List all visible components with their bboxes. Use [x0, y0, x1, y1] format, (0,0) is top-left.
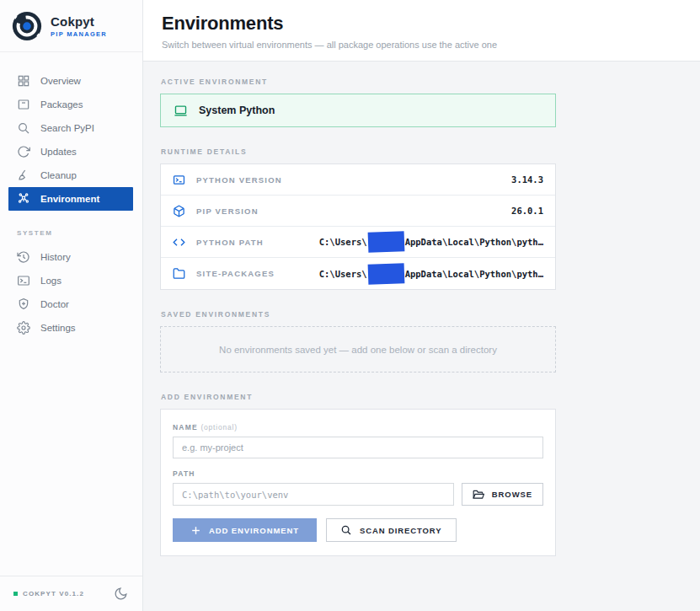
add-environment-button-label: ADD ENVIRONMENT: [209, 526, 299, 535]
laptop-icon: [174, 104, 188, 118]
scan-directory-button-label: SCAN DIRECTORY: [360, 526, 442, 535]
sidebar-item-label: Settings: [40, 323, 76, 333]
detail-value: 26.0.1: [511, 206, 543, 216]
page-header: Environments Switch between virtual envi…: [143, 0, 700, 62]
add-environment-form: NAME (optional) PATH BROWSE: [160, 409, 556, 556]
redacted-text: [367, 263, 404, 284]
section-label: SAVED ENVIRONMENTS: [161, 310, 556, 319]
detail-value: 3.14.3: [511, 174, 543, 185]
page-subtitle: Switch between virtual environments — al…: [162, 40, 681, 50]
section-label: RUNTIME DETAILS: [161, 147, 556, 156]
terminal-icon: [17, 274, 30, 287]
archive-icon: [17, 98, 30, 111]
sidebar-section-system: SYSTEM: [0, 211, 142, 245]
sidebar: Cokpyt PIP MANAGER Overview Packages Sea…: [0, 0, 143, 611]
molecule-icon: [17, 192, 30, 206]
page-content: ACTIVE ENVIRONMENT System Python RUNTIME…: [143, 62, 700, 576]
detail-label: PYTHON PATH: [196, 238, 264, 247]
saved-environments-empty-state: No environments saved yet — add one belo…: [160, 326, 556, 372]
app-tagline: PIP MANAGER: [51, 30, 107, 38]
detail-label: SITE-PACKAGES: [196, 269, 275, 278]
page-title: Environments: [162, 13, 681, 35]
history-icon: [17, 250, 30, 264]
folder-icon: [173, 267, 185, 280]
active-environment-name: System Python: [199, 105, 275, 116]
empty-state-message: No environments saved yet — add one belo…: [219, 345, 497, 355]
table-row: PYTHON PATH C:\Users\AppData\Local\Pytho…: [161, 227, 555, 258]
browse-button-label: BROWSE: [492, 490, 532, 499]
runtime-details-card: PYTHON VERSION 3.14.3 PIP VERSION 26.0.1…: [160, 163, 556, 290]
gear-icon: [17, 321, 30, 335]
name-input[interactable]: [173, 437, 543, 458]
sidebar-system-nav: History Logs Doctor Settings: [0, 245, 142, 340]
table-row: SITE-PACKAGES C:\Users\AppData\Local\Pyt…: [161, 258, 555, 289]
status-dot: [13, 592, 18, 596]
add-environment-button[interactable]: ADD ENVIRONMENT: [173, 518, 317, 542]
table-row: PYTHON VERSION 3.14.3: [161, 164, 555, 196]
sidebar-item-logs[interactable]: Logs: [8, 269, 133, 292]
sidebar-item-label: Cleanup: [40, 170, 77, 180]
sidebar-item-label: Packages: [40, 99, 83, 110]
app-version: COKPYT V0.1.2: [23, 590, 84, 598]
plus-icon: [190, 525, 201, 536]
saved-environments-section: SAVED ENVIRONMENTS No environments saved…: [160, 310, 556, 372]
path-field-label: PATH: [173, 469, 543, 478]
scan-directory-button[interactable]: SCAN DIRECTORY: [326, 518, 457, 542]
sidebar-item-doctor[interactable]: Doctor: [8, 292, 133, 316]
broom-icon: [17, 169, 30, 182]
table-row: PIP VERSION 26.0.1: [161, 196, 555, 227]
section-label: ACTIVE ENVIRONMENT: [161, 78, 556, 86]
redacted-text: [367, 231, 404, 252]
sidebar-footer: COKPYT V0.1.2: [0, 576, 142, 611]
package-icon: [173, 205, 185, 217]
sidebar-item-cleanup[interactable]: Cleanup: [8, 163, 133, 187]
detail-label: PIP VERSION: [196, 206, 259, 216]
name-field-label: NAME (optional): [173, 423, 543, 431]
path-input[interactable]: [173, 483, 454, 506]
refresh-clock-icon: [17, 145, 30, 158]
main-area: Environments Switch between virtual envi…: [143, 0, 700, 611]
sidebar-item-label: Doctor: [40, 299, 69, 309]
sidebar-item-settings[interactable]: Settings: [8, 316, 133, 340]
terminal-icon: [173, 174, 185, 186]
sidebar-item-label: Search PyPI: [40, 123, 94, 133]
app-logo-block: Cokpyt PIP MANAGER: [0, 0, 142, 52]
shield-plus-icon: [17, 297, 30, 311]
theme-toggle-button[interactable]: [114, 587, 129, 602]
search-icon: [17, 121, 30, 135]
grid-icon: [17, 74, 30, 88]
sidebar-item-label: Logs: [40, 276, 61, 286]
code-icon: [173, 236, 185, 249]
app-logo-icon: [11, 10, 43, 42]
add-environment-section: ADD ENVIRONMENT NAME (optional) PATH: [160, 393, 556, 556]
moon-icon: [114, 587, 129, 601]
sidebar-item-search-pypi[interactable]: Search PyPI: [8, 116, 133, 140]
active-environment-card[interactable]: System Python: [160, 94, 556, 127]
app-name: Cokpyt: [51, 14, 107, 29]
optional-hint: (optional): [200, 423, 237, 431]
section-label: ADD ENVIRONMENT: [161, 393, 556, 401]
sidebar-item-environment[interactable]: Environment: [8, 187, 133, 211]
sidebar-item-overview[interactable]: Overview: [8, 69, 133, 93]
detail-label: PYTHON VERSION: [196, 175, 282, 185]
browse-button[interactable]: BROWSE: [462, 483, 543, 506]
sidebar-nav: Overview Packages Search PyPI Updates Cl…: [0, 52, 142, 211]
sidebar-item-label: Updates: [40, 147, 77, 157]
runtime-details-section: RUNTIME DETAILS PYTHON VERSION 3.14.3 PI…: [160, 147, 556, 290]
sidebar-item-updates[interactable]: Updates: [8, 140, 133, 163]
detail-value: C:\Users\AppData\Local\Python\pyth…: [319, 232, 543, 252]
folder-open-icon: [473, 489, 484, 501]
search-icon: [340, 524, 352, 536]
sidebar-item-history[interactable]: History: [8, 245, 133, 269]
active-environment-section: ACTIVE ENVIRONMENT System Python: [160, 78, 556, 127]
sidebar-item-label: History: [40, 252, 71, 262]
sidebar-item-label: Overview: [40, 76, 81, 86]
sidebar-item-label: Environment: [40, 194, 99, 204]
detail-value: C:\Users\AppData\Local\Python\pyth…: [319, 264, 543, 284]
sidebar-item-packages[interactable]: Packages: [8, 93, 133, 116]
